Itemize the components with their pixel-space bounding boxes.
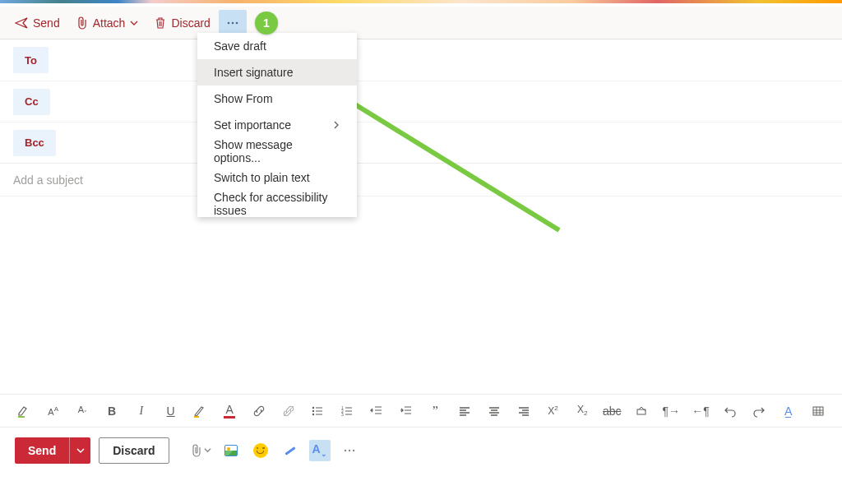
chevron-down-icon (130, 19, 138, 27)
svg-point-14 (348, 449, 349, 451)
italic-button[interactable]: I (132, 401, 150, 421)
ellipsis-icon (343, 444, 356, 457)
format-icon: A⌄ (312, 442, 327, 458)
font-minus-button[interactable]: A˅ (74, 401, 92, 421)
footer-signature-button[interactable] (280, 440, 301, 461)
footer-format-toggle[interactable]: A⌄ (309, 440, 331, 461)
annotation-step-badge: 1 (255, 12, 278, 35)
outdent-button[interactable] (368, 401, 386, 421)
menu-item-label: Set importance (214, 118, 291, 132)
trash-icon (155, 16, 166, 30)
menu-item-show-message-options-[interactable]: Show message options... (197, 138, 357, 164)
menu-item-insert-signature[interactable]: Insert signature (197, 59, 357, 86)
menu-item-check-for-accessibility-issues[interactable]: Check for accessibility issues (197, 191, 357, 217)
send-label: Send (33, 16, 60, 30)
align-right-button[interactable] (515, 401, 533, 421)
message-body[interactable] (0, 197, 842, 394)
compose-footer: Send Discard A⌄ (0, 427, 842, 473)
subject-input[interactable] (13, 173, 829, 187)
menu-item-switch-to-plain-text[interactable]: Switch to plain text (197, 164, 357, 191)
underline-button[interactable]: U (162, 401, 180, 421)
send-button[interactable]: Send (7, 10, 68, 36)
svg-point-6 (312, 409, 314, 411)
svg-rect-12 (813, 407, 823, 415)
pencil-button[interactable] (192, 401, 210, 421)
bcc-row[interactable]: Bcc (0, 122, 842, 163)
font-color-button[interactable]: A (220, 401, 238, 421)
text-effects-button[interactable]: A̲ (780, 401, 798, 421)
unlink-button[interactable] (280, 401, 298, 421)
footer-send-split[interactable] (69, 437, 90, 464)
cc-row[interactable]: Cc (0, 81, 842, 122)
link-button[interactable] (250, 401, 268, 421)
footer-attach-button[interactable] (191, 440, 212, 461)
bcc-button[interactable]: Bcc (13, 130, 56, 156)
bold-button[interactable]: B (103, 401, 121, 421)
signature-icon (284, 444, 297, 457)
svg-point-15 (352, 449, 354, 451)
indent-button[interactable] (397, 401, 415, 421)
menu-item-label: Insert signature (214, 66, 294, 79)
menu-item-label: Switch to plain text (214, 171, 310, 184)
footer-emoji-button[interactable] (250, 440, 271, 461)
menu-item-label: Show From (214, 92, 273, 105)
quote-button[interactable]: ” (427, 401, 445, 421)
numbered-button[interactable]: 123 (338, 401, 356, 421)
chevron-down-icon (204, 446, 211, 454)
svg-point-2 (236, 21, 238, 24)
footer-discard-label: Discard (113, 444, 155, 457)
superscript-button[interactable]: X2 (544, 401, 562, 421)
chevron-right-icon (332, 118, 340, 132)
svg-point-5 (312, 406, 314, 408)
strikethrough-button[interactable]: abc (603, 401, 622, 421)
footer-more-button[interactable] (339, 440, 360, 461)
send-icon (15, 16, 28, 30)
clear-format-button[interactable] (633, 401, 651, 421)
to-row[interactable]: To (0, 39, 842, 81)
to-button[interactable]: To (13, 47, 49, 73)
subject-row (0, 164, 842, 197)
align-center-button[interactable] (485, 401, 503, 421)
more-actions-button[interactable] (219, 10, 247, 36)
svg-text:3: 3 (341, 412, 344, 417)
paperclip-icon (191, 444, 202, 457)
discard-label: Discard (171, 16, 210, 30)
svg-point-1 (232, 21, 234, 24)
discard-button[interactable]: Discard (146, 10, 218, 36)
top-accent-strip (0, 0, 842, 3)
ellipsis-icon (226, 16, 239, 30)
bullets-button[interactable] (309, 401, 327, 421)
footer-image-button[interactable] (220, 440, 242, 461)
menu-item-label: Show message options... (214, 138, 340, 164)
menu-item-show-from[interactable]: Show From (197, 86, 357, 112)
undo-button[interactable] (721, 401, 739, 421)
paperclip-icon (76, 16, 88, 30)
table-button[interactable] (809, 401, 827, 421)
align-left-button[interactable] (456, 401, 474, 421)
svg-point-7 (312, 413, 314, 414)
menu-item-set-importance[interactable]: Set importance (197, 112, 357, 138)
rtl-button[interactable]: ←¶ (692, 401, 710, 421)
chevron-down-icon (76, 446, 85, 455)
footer-send-button[interactable]: Send (15, 437, 90, 464)
redo-button[interactable] (751, 401, 769, 421)
menu-item-save-draft[interactable]: Save draft (197, 33, 357, 59)
ltr-button[interactable]: ¶→ (662, 401, 680, 421)
compose-toolbar: Send Attach Discard (0, 7, 842, 39)
menu-item-label: Save draft (214, 39, 266, 53)
annotation-step-number: 1 (263, 16, 270, 30)
picture-icon (224, 445, 238, 456)
more-actions-menu: Save draftInsert signatureShow FromSet i… (197, 33, 357, 217)
pen-highlight-button[interactable] (15, 401, 33, 421)
font-plus-button[interactable]: AA (44, 401, 62, 421)
cc-button[interactable]: Cc (13, 89, 50, 115)
emoji-icon (253, 443, 268, 458)
footer-send-label: Send (15, 437, 69, 464)
svg-point-0 (228, 21, 230, 24)
format-toolbar: AAA˅BIUA123”X2X2abc¶→←¶A̲ (0, 394, 842, 427)
recipient-area: To Cc Bcc (0, 39, 842, 164)
attach-button[interactable]: Attach (68, 10, 147, 36)
attach-label: Attach (93, 16, 126, 30)
footer-discard-button[interactable]: Discard (99, 437, 169, 464)
subscript-button[interactable]: X2 (573, 401, 591, 421)
